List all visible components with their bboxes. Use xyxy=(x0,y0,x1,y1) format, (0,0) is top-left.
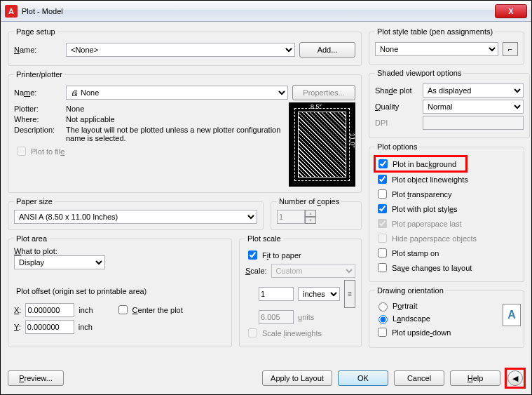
where-label: Where: xyxy=(14,115,62,123)
where-value: Not applicable xyxy=(66,115,115,123)
preview-button[interactable]: Preview... xyxy=(8,370,64,386)
save-changes-label: Save changes to layout xyxy=(392,264,472,272)
copies-group: Number of copies ▲▼ xyxy=(271,197,362,230)
offset-y-input[interactable] xyxy=(25,320,74,334)
plot-stamp-label: Plot stamp on xyxy=(392,249,439,257)
plot-offset-legend: Plot offset (origin set to printable are… xyxy=(14,287,149,295)
orientation-legend: Drawing orientation xyxy=(375,286,446,295)
plot-paperspace-checkbox xyxy=(378,219,387,228)
style-table-select[interactable]: None xyxy=(375,42,498,56)
close-button[interactable]: X xyxy=(495,4,527,18)
scale-select: Custom xyxy=(271,264,355,278)
orientation-icon: A xyxy=(503,304,521,326)
fit-to-paper-label: Fit to paper xyxy=(262,251,301,260)
scale-label: Scale: xyxy=(245,267,267,275)
plot-trans-label: Plot transparency xyxy=(392,190,452,199)
shade-plot-label: Shade plot xyxy=(375,86,418,95)
what-to-plot-label: What to plot: xyxy=(14,247,226,255)
properties-button[interactable]: Properties... xyxy=(292,85,355,100)
offset-x-label: X: xyxy=(14,306,21,314)
plot-paperspace-label: Plot paperspace last xyxy=(392,220,462,228)
plot-lw-checkbox[interactable] xyxy=(378,175,387,184)
page-setup-name-label: Name: xyxy=(14,46,62,54)
landscape-label: Landscape xyxy=(393,314,430,323)
paper-size-select[interactable]: ANSI A (8.50 x 11.00 Inches) xyxy=(14,210,257,224)
ok-button[interactable]: OK xyxy=(338,370,388,386)
scale-units-input xyxy=(259,310,294,324)
shaded-group: Shaded viewport options Shade plotAs dis… xyxy=(369,69,530,138)
hide-paperspace-checkbox xyxy=(378,234,387,243)
scale-units-label: units xyxy=(298,313,340,321)
plotter-value: None xyxy=(66,105,84,113)
plot-lw-label: Plot object lineweights xyxy=(392,175,468,184)
page-setup-group: Page setup Name: <None> Add... xyxy=(8,27,362,66)
plot-scale-legend: Plot scale xyxy=(245,234,283,243)
title-bar: A Plot - Model X xyxy=(1,1,531,22)
plot-to-file-checkbox xyxy=(17,147,26,156)
offset-x-input[interactable] xyxy=(25,303,74,317)
copies-legend: Number of copies xyxy=(277,197,341,206)
style-table-legend: Plot style table (pen assignments) xyxy=(375,27,495,36)
printer-name-select[interactable]: 🖨 None xyxy=(66,86,288,100)
dpi-label: DPI xyxy=(375,119,418,127)
plot-stamp-checkbox[interactable] xyxy=(378,248,387,257)
page-setup-name-select[interactable]: <None> xyxy=(66,43,295,57)
plot-scale-group: Plot scale Fit to paper Scale:Custom inc… xyxy=(239,234,362,347)
paper-preview xyxy=(289,102,355,187)
portrait-radio[interactable] xyxy=(378,302,388,312)
shade-plot-select[interactable]: As displayed xyxy=(423,83,524,98)
offset-x-unit: inch xyxy=(79,306,93,314)
printer-legend: Printer/plotter xyxy=(14,70,64,79)
desc-value: The layout will not be plotted unless a … xyxy=(66,126,283,142)
plot-styles-checkbox[interactable] xyxy=(378,204,387,213)
plot-bg-checkbox[interactable] xyxy=(378,159,388,168)
scale-unit-select[interactable]: inches xyxy=(298,287,340,301)
plot-to-file-label: Plot to file xyxy=(31,147,64,156)
plot-area-legend: Plot area xyxy=(14,234,49,243)
plot-options-legend: Plot options xyxy=(375,142,419,151)
plot-bg-label: Plot in background xyxy=(393,160,456,168)
upside-label: Plot upside-down xyxy=(392,328,451,337)
scale-num-input[interactable] xyxy=(259,287,294,301)
window-title: Plot - Model xyxy=(22,7,495,15)
save-changes-checkbox[interactable] xyxy=(378,263,387,272)
apply-layout-button[interactable]: Apply to Layout xyxy=(262,370,332,386)
printer-group: Printer/plotter Name: 🖨 None Properties.… xyxy=(8,70,362,193)
app-icon: A xyxy=(5,5,18,18)
copies-down: ▼ xyxy=(305,217,316,224)
portrait-label: Portrait xyxy=(393,302,417,310)
plotter-label: Plotter: xyxy=(14,105,62,113)
copies-input xyxy=(277,210,305,224)
scale-link-icon[interactable]: = xyxy=(344,280,355,308)
quality-label: Quality xyxy=(375,102,418,111)
orientation-group: Drawing orientation Portrait Landscape P… xyxy=(369,286,524,348)
shaded-legend: Shaded viewport options xyxy=(375,69,463,77)
copies-up: ▲ xyxy=(305,210,316,217)
style-edit-icon[interactable]: ⌐ xyxy=(503,42,518,56)
fit-to-paper-checkbox[interactable] xyxy=(248,250,257,260)
offset-y-unit: inch xyxy=(79,323,93,331)
what-to-plot-select[interactable]: Display xyxy=(14,255,105,269)
page-setup-legend: Page setup xyxy=(14,27,57,36)
hide-paperspace-label: Hide paperspace objects xyxy=(392,234,477,243)
quality-select[interactable]: Normal xyxy=(423,100,524,114)
offset-y-label: Y: xyxy=(14,323,21,331)
style-table-group: Plot style table (pen assignments) None … xyxy=(369,27,524,65)
add-button[interactable]: Add... xyxy=(299,42,355,58)
plot-trans-checkbox[interactable] xyxy=(378,189,387,199)
plot-options-group: Plot options Plot in background Plot obj… xyxy=(369,142,524,282)
collapse-button[interactable]: ◀ xyxy=(507,370,523,386)
landscape-radio[interactable] xyxy=(378,315,388,324)
chevron-left-icon: ◀ xyxy=(512,374,518,383)
cancel-button[interactable]: Cancel xyxy=(394,370,444,386)
help-button[interactable]: Help xyxy=(450,370,500,386)
paper-size-legend: Paper size xyxy=(14,197,55,206)
printer-name-label: Name: xyxy=(14,88,62,97)
paper-size-group: Paper size ANSI A (8.50 x 11.00 Inches) xyxy=(8,197,264,230)
upside-checkbox[interactable] xyxy=(378,328,387,337)
plot-styles-label: Plot with plot styles xyxy=(392,205,458,213)
desc-label: Description: xyxy=(14,126,62,134)
scale-lw-checkbox xyxy=(248,328,257,337)
center-plot-label: Center the plot xyxy=(132,306,183,314)
center-plot-checkbox[interactable] xyxy=(118,305,128,314)
